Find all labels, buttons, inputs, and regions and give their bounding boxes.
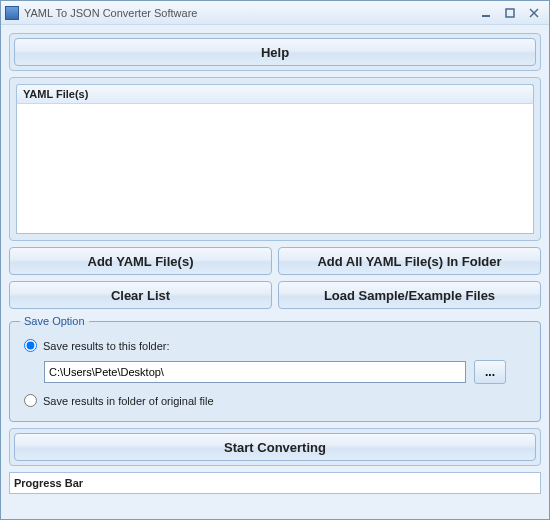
browse-button[interactable]: ... (474, 360, 506, 384)
load-sample-button[interactable]: Load Sample/Example Files (278, 281, 541, 309)
add-folder-button[interactable]: Add All YAML File(s) In Folder (278, 247, 541, 275)
path-row: ... (44, 360, 506, 384)
client-area: Help YAML File(s) Add YAML File(s) Add A… (1, 25, 549, 519)
radio-to-folder[interactable] (24, 339, 37, 352)
radio-original-label: Save results in folder of original file (43, 395, 214, 407)
close-icon (529, 8, 539, 18)
action-buttons: Add YAML File(s) Add All YAML File(s) In… (9, 247, 541, 309)
maximize-button[interactable] (499, 5, 521, 21)
window-title: YAML To JSON Converter Software (24, 7, 197, 19)
output-folder-input[interactable] (44, 361, 466, 383)
radio-original[interactable] (24, 394, 37, 407)
radio-to-folder-row[interactable]: Save results to this folder: (24, 339, 526, 352)
clear-list-button[interactable]: Clear List (9, 281, 272, 309)
minimize-button[interactable] (475, 5, 497, 21)
progress-label: Progress Bar (14, 477, 83, 489)
maximize-icon (505, 8, 515, 18)
close-button[interactable] (523, 5, 545, 21)
help-button[interactable]: Help (14, 38, 536, 66)
start-panel: Start Converting (9, 428, 541, 466)
titlebar: YAML To JSON Converter Software (1, 1, 549, 25)
files-panel: YAML File(s) (9, 77, 541, 241)
help-panel: Help (9, 33, 541, 71)
start-converting-button[interactable]: Start Converting (14, 433, 536, 461)
add-files-button[interactable]: Add YAML File(s) (9, 247, 272, 275)
minimize-icon (481, 8, 491, 18)
radio-to-folder-label: Save results to this folder: (43, 340, 170, 352)
radio-original-row[interactable]: Save results in folder of original file (24, 394, 526, 407)
app-icon (5, 6, 19, 20)
files-header: YAML File(s) (16, 84, 534, 104)
save-option-group: Save Option Save results to this folder:… (9, 315, 541, 422)
files-list[interactable] (16, 104, 534, 234)
svg-rect-1 (506, 9, 514, 17)
save-option-legend: Save Option (20, 315, 89, 327)
progress-bar: Progress Bar (9, 472, 541, 494)
app-window: YAML To JSON Converter Software Help YAM… (0, 0, 550, 520)
